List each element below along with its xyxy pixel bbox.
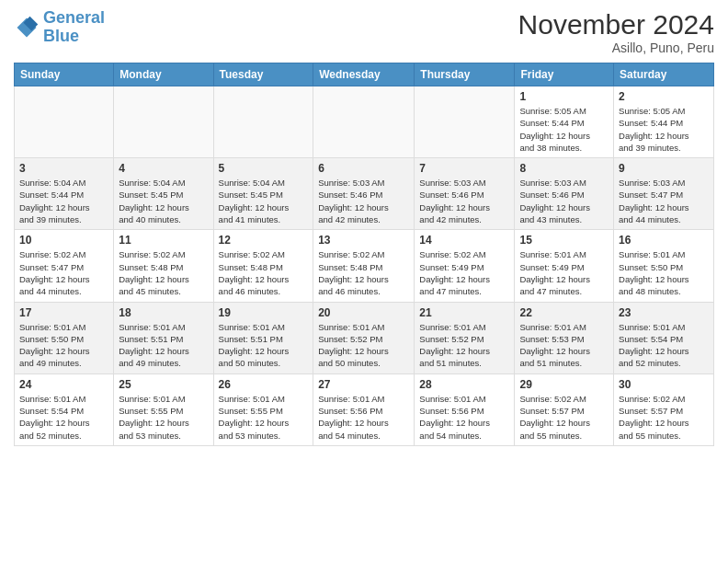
day-number: 21 [419, 306, 509, 319]
calendar-day: 13Sunrise: 5:02 AM Sunset: 5:48 PM Dayli… [313, 230, 415, 302]
calendar-empty [15, 86, 114, 158]
calendar-day: 11Sunrise: 5:02 AM Sunset: 5:48 PM Dayli… [114, 230, 213, 302]
day-info: Sunrise: 5:03 AM Sunset: 5:46 PM Dayligh… [318, 177, 409, 225]
day-info: Sunrise: 5:02 AM Sunset: 5:48 PM Dayligh… [318, 248, 409, 297]
calendar-week-row: 3Sunrise: 5:04 AM Sunset: 5:44 PM Daylig… [15, 158, 714, 230]
day-info: Sunrise: 5:02 AM Sunset: 5:57 PM Dayligh… [619, 393, 709, 442]
title-block: November 2024 Asillo, Puno, Peru [518, 9, 714, 55]
calendar-empty [415, 86, 515, 158]
day-info: Sunrise: 5:01 AM Sunset: 5:50 PM Dayligh… [619, 248, 709, 297]
day-number: 14 [419, 234, 509, 247]
calendar-day: 6Sunrise: 5:03 AM Sunset: 5:46 PM Daylig… [313, 158, 415, 230]
day-info: Sunrise: 5:01 AM Sunset: 5:56 PM Dayligh… [419, 393, 509, 442]
logo-icon [14, 15, 40, 40]
calendar-day: 1Sunrise: 5:05 AM Sunset: 5:44 PM Daylig… [515, 86, 614, 158]
day-info: Sunrise: 5:01 AM Sunset: 5:49 PM Dayligh… [519, 248, 609, 297]
calendar-empty [313, 86, 415, 158]
calendar-day: 8Sunrise: 5:03 AM Sunset: 5:46 PM Daylig… [515, 158, 614, 230]
day-number: 24 [19, 378, 108, 391]
calendar-day: 29Sunrise: 5:02 AM Sunset: 5:57 PM Dayli… [515, 373, 614, 445]
day-info: Sunrise: 5:01 AM Sunset: 5:55 PM Dayligh… [119, 393, 208, 442]
calendar-day: 25Sunrise: 5:01 AM Sunset: 5:55 PM Dayli… [114, 373, 213, 445]
day-number: 22 [519, 306, 609, 319]
day-number: 18 [119, 306, 208, 319]
weekday-header: Thursday [415, 63, 515, 86]
calendar-day: 12Sunrise: 5:02 AM Sunset: 5:48 PM Dayli… [213, 230, 313, 302]
day-number: 3 [19, 162, 108, 175]
calendar-header-row: SundayMondayTuesdayWednesdayThursdayFrid… [15, 63, 714, 86]
calendar-day: 28Sunrise: 5:01 AM Sunset: 5:56 PM Dayli… [415, 373, 515, 445]
day-info: Sunrise: 5:01 AM Sunset: 5:56 PM Dayligh… [318, 393, 409, 442]
day-number: 19 [219, 306, 309, 319]
day-info: Sunrise: 5:05 AM Sunset: 5:44 PM Dayligh… [519, 105, 609, 154]
calendar-day: 27Sunrise: 5:01 AM Sunset: 5:56 PM Dayli… [313, 373, 415, 445]
day-number: 7 [419, 162, 509, 175]
day-number: 23 [619, 306, 709, 319]
calendar-day: 10Sunrise: 5:02 AM Sunset: 5:47 PM Dayli… [15, 230, 114, 302]
day-number: 28 [419, 378, 509, 391]
location: Asillo, Puno, Peru [518, 40, 714, 55]
weekday-header: Friday [515, 63, 614, 86]
calendar-day: 4Sunrise: 5:04 AM Sunset: 5:45 PM Daylig… [114, 158, 213, 230]
calendar-day: 17Sunrise: 5:01 AM Sunset: 5:50 PM Dayli… [15, 302, 114, 373]
day-info: Sunrise: 5:03 AM Sunset: 5:46 PM Dayligh… [419, 177, 509, 225]
calendar-day: 16Sunrise: 5:01 AM Sunset: 5:50 PM Dayli… [614, 230, 714, 302]
day-info: Sunrise: 5:02 AM Sunset: 5:57 PM Dayligh… [519, 393, 609, 442]
day-info: Sunrise: 5:04 AM Sunset: 5:45 PM Dayligh… [219, 177, 309, 225]
day-number: 5 [219, 162, 309, 175]
day-info: Sunrise: 5:03 AM Sunset: 5:47 PM Dayligh… [619, 177, 709, 225]
day-info: Sunrise: 5:03 AM Sunset: 5:46 PM Dayligh… [519, 177, 609, 225]
calendar-empty [114, 86, 213, 158]
calendar-week-row: 10Sunrise: 5:02 AM Sunset: 5:47 PM Dayli… [15, 230, 714, 302]
weekday-header: Wednesday [313, 63, 415, 86]
day-number: 29 [519, 378, 609, 391]
day-number: 13 [318, 234, 409, 247]
day-number: 11 [119, 234, 208, 247]
weekday-header: Monday [114, 63, 213, 86]
day-number: 2 [619, 90, 709, 103]
month-title: November 2024 [518, 9, 714, 40]
weekday-header: Tuesday [213, 63, 313, 86]
day-number: 6 [318, 162, 409, 175]
day-number: 1 [519, 90, 609, 103]
calendar-day: 18Sunrise: 5:01 AM Sunset: 5:51 PM Dayli… [114, 302, 213, 373]
calendar-day: 30Sunrise: 5:02 AM Sunset: 5:57 PM Dayli… [614, 373, 714, 445]
calendar-day: 20Sunrise: 5:01 AM Sunset: 5:52 PM Dayli… [313, 302, 415, 373]
day-info: Sunrise: 5:01 AM Sunset: 5:52 PM Dayligh… [318, 321, 409, 370]
calendar-day: 19Sunrise: 5:01 AM Sunset: 5:51 PM Dayli… [213, 302, 313, 373]
calendar-day: 15Sunrise: 5:01 AM Sunset: 5:49 PM Dayli… [515, 230, 614, 302]
calendar-day: 21Sunrise: 5:01 AM Sunset: 5:52 PM Dayli… [415, 302, 515, 373]
day-number: 4 [119, 162, 208, 175]
calendar-day: 23Sunrise: 5:01 AM Sunset: 5:54 PM Dayli… [614, 302, 714, 373]
logo-blue: Blue [43, 27, 79, 45]
day-info: Sunrise: 5:01 AM Sunset: 5:54 PM Dayligh… [619, 321, 709, 370]
day-info: Sunrise: 5:04 AM Sunset: 5:44 PM Dayligh… [19, 177, 108, 225]
logo: General Blue [14, 9, 105, 46]
day-number: 25 [119, 378, 208, 391]
calendar-week-row: 24Sunrise: 5:01 AM Sunset: 5:54 PM Dayli… [15, 373, 714, 445]
day-info: Sunrise: 5:01 AM Sunset: 5:53 PM Dayligh… [519, 321, 609, 370]
day-number: 16 [619, 234, 709, 247]
day-info: Sunrise: 5:02 AM Sunset: 5:48 PM Dayligh… [119, 248, 208, 297]
calendar-day: 26Sunrise: 5:01 AM Sunset: 5:55 PM Dayli… [213, 373, 313, 445]
day-number: 12 [219, 234, 309, 247]
calendar: SundayMondayTuesdayWednesdayThursdayFrid… [14, 63, 714, 446]
calendar-week-row: 1Sunrise: 5:05 AM Sunset: 5:44 PM Daylig… [15, 86, 714, 158]
day-number: 17 [19, 306, 108, 319]
day-number: 27 [318, 378, 409, 391]
day-number: 15 [519, 234, 609, 247]
day-info: Sunrise: 5:01 AM Sunset: 5:54 PM Dayligh… [19, 393, 108, 442]
day-info: Sunrise: 5:01 AM Sunset: 5:51 PM Dayligh… [219, 321, 309, 370]
day-info: Sunrise: 5:01 AM Sunset: 5:55 PM Dayligh… [219, 393, 309, 442]
calendar-day: 9Sunrise: 5:03 AM Sunset: 5:47 PM Daylig… [614, 158, 714, 230]
day-info: Sunrise: 5:02 AM Sunset: 5:47 PM Dayligh… [19, 248, 108, 297]
calendar-day: 7Sunrise: 5:03 AM Sunset: 5:46 PM Daylig… [415, 158, 515, 230]
calendar-week-row: 17Sunrise: 5:01 AM Sunset: 5:50 PM Dayli… [15, 302, 714, 373]
weekday-header: Sunday [15, 63, 114, 86]
day-number: 30 [619, 378, 709, 391]
logo-text: General Blue [43, 9, 105, 46]
header: General Blue November 2024 Asillo, Puno,… [14, 9, 714, 55]
day-info: Sunrise: 5:01 AM Sunset: 5:52 PM Dayligh… [419, 321, 509, 370]
day-info: Sunrise: 5:04 AM Sunset: 5:45 PM Dayligh… [119, 177, 208, 225]
page: General Blue November 2024 Asillo, Puno,… [0, 0, 728, 460]
